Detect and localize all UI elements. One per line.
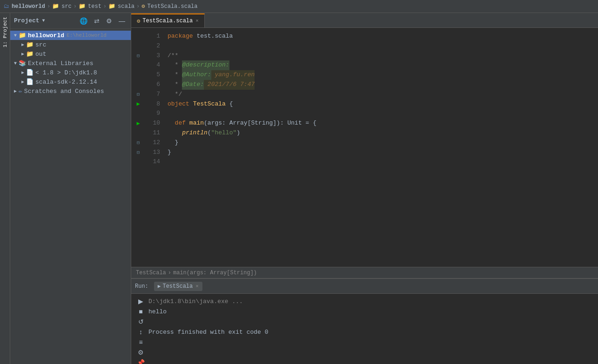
space-8a <box>189 99 193 109</box>
run-tab-icon: ▶ <box>158 283 161 289</box>
stop-console-button[interactable]: ■ <box>137 308 145 315</box>
type-array: Array <box>229 119 248 128</box>
gutter-2 <box>131 41 145 51</box>
code-line-6: * @Date: 2021/7/6 7:47 <box>168 80 598 90</box>
fold-icon-3[interactable]: ⊟ <box>137 53 140 59</box>
tree-label-scalasdk: scala-sdk-2.12.14 <box>35 79 97 86</box>
folder-icon-src: 📁 <box>26 41 34 48</box>
editor-breadcrumb: TestScala › main(args: Array[String]) <box>131 267 598 278</box>
line-num-6: 6 <box>145 80 160 90</box>
code-line-7: */ <box>168 90 598 99</box>
project-toolbar: Project ▼ 🌐 ⇄ ⚙ — <box>10 13 131 29</box>
comment-star-5: * <box>168 70 182 80</box>
breadcrumb-src: src <box>61 3 72 10</box>
project-dropdown-arrow[interactable]: ▼ <box>42 18 45 23</box>
code-line-8: object TestScala { <box>168 99 598 109</box>
fn-main: main <box>189 119 204 128</box>
tree-item-out[interactable]: ▶ 📁 out <box>10 49 131 59</box>
gutter-6 <box>131 80 145 90</box>
tree-label-jdk: < 1.8 > D:\jdk1.8 <box>35 69 97 76</box>
split-button[interactable]: ⇄ <box>92 16 101 26</box>
fold-icon-12[interactable]: ⊟ <box>137 140 140 146</box>
gutter-13: ⊟ <box>131 148 145 158</box>
code-line-4: * @description: <box>168 60 598 70</box>
scratches-icon: ✏ <box>19 87 22 95</box>
gutter-5 <box>131 70 145 80</box>
fold-icon-13[interactable]: ⊟ <box>137 150 140 155</box>
run-label: Run: <box>135 283 148 290</box>
rerun-console-button[interactable]: ↺ <box>137 318 145 325</box>
paren-open: (args: <box>204 119 229 128</box>
bottom-toolbar: Run: ▶ TestScala × <box>131 279 598 294</box>
tree-item-scratches[interactable]: ▶ ✏ Scratches and Consoles <box>10 86 131 96</box>
gutter-4 <box>131 60 145 70</box>
run-arrow-10[interactable]: ▶ <box>136 120 140 127</box>
run-console-button[interactable]: ▶ <box>137 298 145 305</box>
tree-label-helloworld: helloworld <box>28 32 64 39</box>
gutter-11 <box>131 128 145 138</box>
comment-tag-author: @Author: <box>182 70 211 80</box>
line-num-11: 11 <box>145 128 160 138</box>
run-tab-label: TestScala <box>162 283 193 290</box>
editor-tab-testscala[interactable]: ⚙ TestScala.scala × <box>131 13 205 27</box>
scroll-console-button[interactable]: ↕ <box>137 328 145 336</box>
fold-icon-7[interactable]: ⊟ <box>137 92 140 97</box>
bracket-close: ]): <box>273 119 287 128</box>
code-area[interactable]: package test.scala /** * @description: <box>164 28 598 267</box>
indent-10 <box>168 119 175 128</box>
tree-item-scalasdk[interactable]: ▶ 📄 scala-sdk-2.12.14 <box>10 77 131 86</box>
line-num-14: 14 <box>145 157 160 167</box>
file-tree: ▼ 📁 helloworld E:\helloworld ▶ 📁 src ▶ 📁… <box>10 29 131 364</box>
pin-console-button[interactable]: 📌 <box>137 359 145 364</box>
tree-item-helloworld[interactable]: ▼ 📁 helloworld E:\helloworld <box>10 31 131 40</box>
console-output: ▶ ■ ↺ ↕ ≡ ⚙ 📌 D:\jdk1.8\bin\java.exe ...… <box>131 294 598 364</box>
line-num-8: 8 <box>145 99 160 109</box>
settings-button[interactable]: ⚙ <box>104 16 114 26</box>
comment-tag-date: @Date: <box>182 80 204 90</box>
run-tab-close[interactable]: × <box>195 284 199 289</box>
gutter-9 <box>131 109 145 119</box>
gutter-area: ⊟ ⊟ ▶ ▶ ⊟ <box>131 28 145 267</box>
wrap-console-button[interactable]: ≡ <box>137 338 145 346</box>
breadcrumb: 🗂 helloworld › 📁 src › 📁 test › 📁 scala … <box>4 3 198 10</box>
bottom-panel: Run: ▶ TestScala × ▶ ■ ↺ ↕ ≡ ⚙ 📌 <box>131 278 598 364</box>
gutter-3: ⊟ <box>131 51 145 61</box>
tree-item-jdk[interactable]: ▶ 📄 < 1.8 > D:\jdk1.8 <box>10 68 131 77</box>
breadcrumb-test: test <box>88 3 101 10</box>
code-line-2 <box>168 41 598 51</box>
comment-close: */ <box>168 90 182 99</box>
title-bar: 🗂 helloworld › 📁 src › 📁 test › 📁 scala … <box>0 0 598 13</box>
code-line-11: println ( "hello" ) <box>168 128 598 138</box>
project-side-tab[interactable]: 1: Project <box>1 13 9 51</box>
breadcrumb-file: TestScala.scala <box>148 3 198 10</box>
globe-button[interactable]: 🌐 <box>78 16 89 26</box>
pkg-name: test.scala <box>193 32 233 41</box>
gutter-12: ⊟ <box>131 138 145 148</box>
tree-item-external-libs[interactable]: ▼ 📚 External Libraries <box>10 59 131 68</box>
side-tabs: 1: Project <box>0 13 10 364</box>
comment-val-author: yang.fu.ren <box>211 70 255 80</box>
project-panel: Project ▼ 🌐 ⇄ ⚙ — ▼ 📁 helloworld E:\hell… <box>10 13 131 364</box>
bc-class: TestScala <box>136 270 166 276</box>
code-line-3: /** <box>168 51 598 61</box>
settings-console-button[interactable]: ⚙ <box>137 349 145 356</box>
folder-scala-icon: 📁 <box>108 3 115 10</box>
line-num-3: 3 <box>145 51 160 61</box>
folder-icon-helloworld: 📁 <box>19 32 26 39</box>
code-content: ⊟ ⊟ ▶ ▶ ⊟ <box>131 28 598 267</box>
minimize-button[interactable]: — <box>117 16 127 26</box>
folder-icon-out: 📁 <box>26 50 34 58</box>
bc-sep: › <box>168 270 171 276</box>
tree-path-helloworld: E:\helloworld <box>67 33 107 38</box>
bracket-open: [ <box>248 119 251 128</box>
lib-icon-jdk: 📄 <box>26 69 34 76</box>
comment-tag-desc: @description: <box>182 60 229 70</box>
kw-package: package <box>168 32 193 41</box>
run-tab-testscala[interactable]: ▶ TestScala × <box>154 282 202 291</box>
run-arrow-8[interactable]: ▶ <box>136 100 140 107</box>
tab-close-button[interactable]: × <box>195 18 199 24</box>
paren-println-open: ( <box>208 128 211 138</box>
tree-item-src[interactable]: ▶ 📁 src <box>10 40 131 49</box>
object-name: TestScala <box>193 99 226 109</box>
right-section: ⚙ TestScala.scala × ⊟ ⊟ <box>131 13 598 364</box>
